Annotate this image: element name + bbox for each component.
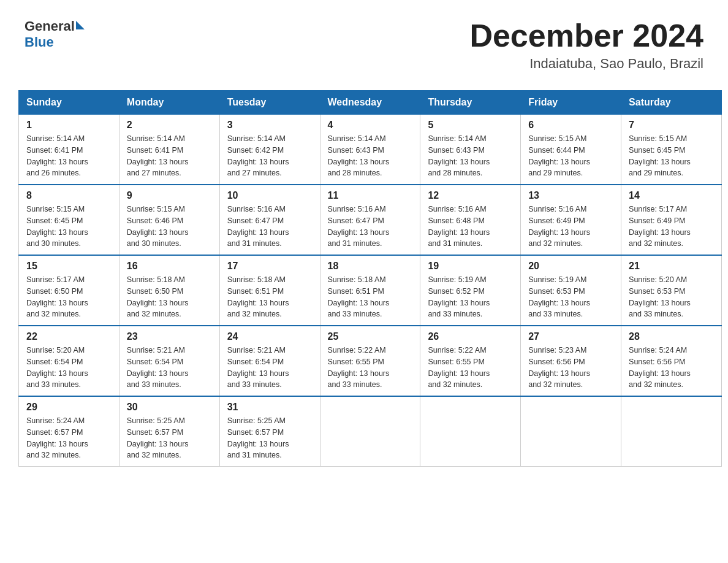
day-number: 13 <box>528 190 613 201</box>
title-area: December 2024 Indaiatuba, Sao Paulo, Bra… <box>469 18 703 72</box>
day-info: Sunrise: 5:17 AM Sunset: 6:49 PM Dayligh… <box>629 204 714 250</box>
day-info: Sunrise: 5:21 AM Sunset: 6:54 PM Dayligh… <box>227 345 313 391</box>
day-info: Sunrise: 5:18 AM Sunset: 6:51 PM Dayligh… <box>227 274 313 320</box>
day-number: 2 <box>127 120 212 131</box>
table-row: 1 Sunrise: 5:14 AM Sunset: 6:41 PM Dayli… <box>19 115 119 185</box>
table-row: 7 Sunrise: 5:15 AM Sunset: 6:45 PM Dayli… <box>621 115 722 185</box>
table-row: 14 Sunrise: 5:17 AM Sunset: 6:49 PM Dayl… <box>621 185 722 255</box>
day-number: 23 <box>127 331 212 342</box>
calendar-week-row: 29 Sunrise: 5:24 AM Sunset: 6:57 PM Dayl… <box>19 396 722 467</box>
day-info: Sunrise: 5:23 AM Sunset: 6:56 PM Dayligh… <box>528 345 613 391</box>
table-row: 17 Sunrise: 5:18 AM Sunset: 6:51 PM Dayl… <box>219 255 320 326</box>
table-row: 20 Sunrise: 5:19 AM Sunset: 6:53 PM Dayl… <box>521 255 621 326</box>
day-info: Sunrise: 5:14 AM Sunset: 6:41 PM Dayligh… <box>127 133 212 179</box>
day-info: Sunrise: 5:19 AM Sunset: 6:52 PM Dayligh… <box>428 274 513 320</box>
logo-blue-text: Blue <box>25 34 54 50</box>
table-row: 10 Sunrise: 5:16 AM Sunset: 6:47 PM Dayl… <box>219 185 320 255</box>
header-tuesday: Tuesday <box>219 91 320 115</box>
day-number: 5 <box>428 120 513 131</box>
day-info: Sunrise: 5:15 AM Sunset: 6:46 PM Dayligh… <box>127 204 212 250</box>
table-row: 21 Sunrise: 5:20 AM Sunset: 6:53 PM Dayl… <box>621 255 722 326</box>
day-number: 14 <box>629 190 714 201</box>
day-info: Sunrise: 5:18 AM Sunset: 6:50 PM Dayligh… <box>127 274 212 320</box>
day-info: Sunrise: 5:19 AM Sunset: 6:53 PM Dayligh… <box>528 274 613 320</box>
day-info: Sunrise: 5:17 AM Sunset: 6:50 PM Dayligh… <box>26 274 112 320</box>
location-subtitle: Indaiatuba, Sao Paulo, Brazil <box>469 56 703 72</box>
table-row <box>420 396 521 467</box>
table-row: 23 Sunrise: 5:21 AM Sunset: 6:54 PM Dayl… <box>119 326 219 396</box>
header-sunday: Sunday <box>19 91 119 115</box>
table-row <box>320 396 420 467</box>
calendar-week-row: 8 Sunrise: 5:15 AM Sunset: 6:45 PM Dayli… <box>19 185 722 255</box>
day-number: 19 <box>428 261 513 272</box>
day-info: Sunrise: 5:14 AM Sunset: 6:42 PM Dayligh… <box>227 133 313 179</box>
logo-triangle-icon <box>76 21 85 29</box>
day-info: Sunrise: 5:14 AM Sunset: 6:43 PM Dayligh… <box>328 133 413 179</box>
header-wednesday: Wednesday <box>320 91 420 115</box>
day-info: Sunrise: 5:21 AM Sunset: 6:54 PM Dayligh… <box>127 345 212 391</box>
table-row: 31 Sunrise: 5:25 AM Sunset: 6:57 PM Dayl… <box>219 396 320 467</box>
table-row: 4 Sunrise: 5:14 AM Sunset: 6:43 PM Dayli… <box>320 115 420 185</box>
day-number: 12 <box>428 190 513 201</box>
day-number: 27 <box>528 331 613 342</box>
table-row: 2 Sunrise: 5:14 AM Sunset: 6:41 PM Dayli… <box>119 115 219 185</box>
day-info: Sunrise: 5:22 AM Sunset: 6:55 PM Dayligh… <box>428 345 513 391</box>
table-row: 5 Sunrise: 5:14 AM Sunset: 6:43 PM Dayli… <box>420 115 521 185</box>
day-info: Sunrise: 5:16 AM Sunset: 6:47 PM Dayligh… <box>328 204 413 250</box>
calendar-week-row: 22 Sunrise: 5:20 AM Sunset: 6:54 PM Dayl… <box>19 326 722 396</box>
day-number: 3 <box>227 120 313 131</box>
calendar-week-row: 15 Sunrise: 5:17 AM Sunset: 6:50 PM Dayl… <box>19 255 722 326</box>
day-number: 15 <box>26 261 112 272</box>
day-number: 24 <box>227 331 313 342</box>
table-row: 18 Sunrise: 5:18 AM Sunset: 6:51 PM Dayl… <box>320 255 420 326</box>
day-number: 29 <box>26 402 112 413</box>
day-number: 17 <box>227 261 313 272</box>
table-row: 29 Sunrise: 5:24 AM Sunset: 6:57 PM Dayl… <box>19 396 119 467</box>
header-monday: Monday <box>119 91 219 115</box>
calendar-week-row: 1 Sunrise: 5:14 AM Sunset: 6:41 PM Dayli… <box>19 115 722 185</box>
table-row: 19 Sunrise: 5:19 AM Sunset: 6:52 PM Dayl… <box>420 255 521 326</box>
table-row <box>521 396 621 467</box>
header-saturday: Saturday <box>621 91 722 115</box>
table-row: 9 Sunrise: 5:15 AM Sunset: 6:46 PM Dayli… <box>119 185 219 255</box>
day-info: Sunrise: 5:15 AM Sunset: 6:45 PM Dayligh… <box>26 204 112 250</box>
table-row: 8 Sunrise: 5:15 AM Sunset: 6:45 PM Dayli… <box>19 185 119 255</box>
logo-general-text: General <box>25 18 75 34</box>
table-row: 11 Sunrise: 5:16 AM Sunset: 6:47 PM Dayl… <box>320 185 420 255</box>
header-friday: Friday <box>521 91 621 115</box>
table-row: 22 Sunrise: 5:20 AM Sunset: 6:54 PM Dayl… <box>19 326 119 396</box>
day-number: 26 <box>428 331 513 342</box>
table-row: 27 Sunrise: 5:23 AM Sunset: 6:56 PM Dayl… <box>521 326 621 396</box>
day-number: 22 <box>26 331 112 342</box>
day-number: 21 <box>629 261 714 272</box>
day-number: 11 <box>328 190 413 201</box>
table-row: 6 Sunrise: 5:15 AM Sunset: 6:44 PM Dayli… <box>521 115 621 185</box>
weekday-header-row: Sunday Monday Tuesday Wednesday Thursday… <box>19 91 722 115</box>
table-row: 15 Sunrise: 5:17 AM Sunset: 6:50 PM Dayl… <box>19 255 119 326</box>
day-number: 31 <box>227 402 313 413</box>
day-info: Sunrise: 5:15 AM Sunset: 6:44 PM Dayligh… <box>528 133 613 179</box>
day-number: 28 <box>629 331 714 342</box>
header-thursday: Thursday <box>420 91 521 115</box>
day-number: 20 <box>528 261 613 272</box>
day-info: Sunrise: 5:25 AM Sunset: 6:57 PM Dayligh… <box>227 415 313 461</box>
day-info: Sunrise: 5:14 AM Sunset: 6:43 PM Dayligh… <box>428 133 513 179</box>
day-info: Sunrise: 5:16 AM Sunset: 6:48 PM Dayligh… <box>428 204 513 250</box>
day-info: Sunrise: 5:20 AM Sunset: 6:54 PM Dayligh… <box>26 345 112 391</box>
day-number: 4 <box>328 120 413 131</box>
day-info: Sunrise: 5:14 AM Sunset: 6:41 PM Dayligh… <box>26 133 112 179</box>
table-row: 24 Sunrise: 5:21 AM Sunset: 6:54 PM Dayl… <box>219 326 320 396</box>
day-info: Sunrise: 5:25 AM Sunset: 6:57 PM Dayligh… <box>127 415 212 461</box>
day-number: 9 <box>127 190 212 201</box>
day-info: Sunrise: 5:16 AM Sunset: 6:47 PM Dayligh… <box>227 204 313 250</box>
table-row: 30 Sunrise: 5:25 AM Sunset: 6:57 PM Dayl… <box>119 396 219 467</box>
day-info: Sunrise: 5:15 AM Sunset: 6:45 PM Dayligh… <box>629 133 714 179</box>
logo: General Blue <box>25 18 85 50</box>
day-info: Sunrise: 5:24 AM Sunset: 6:56 PM Dayligh… <box>629 345 714 391</box>
table-row: 16 Sunrise: 5:18 AM Sunset: 6:50 PM Dayl… <box>119 255 219 326</box>
table-row <box>621 396 722 467</box>
day-info: Sunrise: 5:22 AM Sunset: 6:55 PM Dayligh… <box>328 345 413 391</box>
table-row: 13 Sunrise: 5:16 AM Sunset: 6:49 PM Dayl… <box>521 185 621 255</box>
day-info: Sunrise: 5:20 AM Sunset: 6:53 PM Dayligh… <box>629 274 714 320</box>
table-row: 28 Sunrise: 5:24 AM Sunset: 6:56 PM Dayl… <box>621 326 722 396</box>
